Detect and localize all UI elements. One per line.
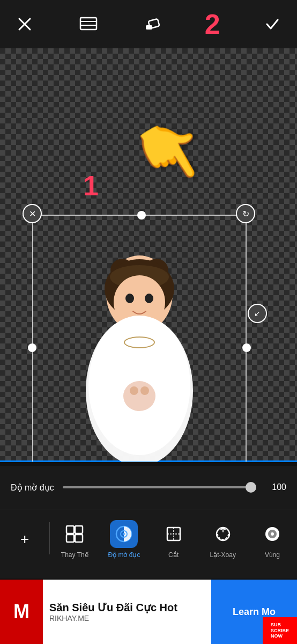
opacity-slider[interactable] <box>63 486 256 488</box>
frame-close-button[interactable]: ✕ <box>23 204 42 223</box>
svg-point-15 <box>145 294 153 303</box>
image-frame[interactable] <box>32 215 247 462</box>
layers-icon[interactable] <box>77 12 100 36</box>
zone-label: Vùng <box>265 551 280 559</box>
frame-scale-button[interactable]: ↙ <box>248 304 267 323</box>
replace-icon <box>61 520 88 548</box>
close-button[interactable] <box>13 12 36 36</box>
eraser-icon[interactable] <box>141 12 165 36</box>
frame-rotate-button[interactable]: ↻ <box>236 204 255 223</box>
replace-label: Thay Thế <box>61 551 88 559</box>
opacity-control: Độ mờ đục 100 <box>0 466 297 509</box>
flip-tool[interactable]: Lật-Xoay <box>198 515 248 564</box>
zone-icon <box>258 520 286 548</box>
opacity-icon <box>110 520 138 548</box>
svg-rect-22 <box>66 526 74 533</box>
ad-subtitle: RIKHAY.ME <box>49 614 205 623</box>
svg-point-28 <box>123 533 125 535</box>
canvas-area[interactable]: 1 👇 <box>0 48 297 462</box>
svg-point-14 <box>125 294 134 303</box>
cut-tool[interactable]: Cắt <box>149 515 198 564</box>
step-number-1: 1 <box>83 172 99 200</box>
confirm-button[interactable] <box>261 12 284 36</box>
person-image <box>59 219 220 462</box>
handle-middle-left[interactable] <box>28 343 36 352</box>
subscribe-badge[interactable]: SUBSCRIBENOW <box>263 617 297 644</box>
svg-point-19 <box>130 386 138 395</box>
handle-top-center[interactable] <box>137 211 146 219</box>
top-toolbar: 2 <box>0 0 297 48</box>
svg-point-35 <box>271 532 274 536</box>
opacity-thumb[interactable] <box>246 482 256 493</box>
add-tool[interactable]: + <box>0 515 49 557</box>
svg-rect-2 <box>80 18 96 30</box>
subscribe-text: SUBSCRIBENOW <box>271 622 289 639</box>
ad-logo: M <box>0 580 43 644</box>
cut-icon <box>160 520 188 548</box>
ad-cta-text: Learn Mo <box>233 606 276 618</box>
cut-label: Cắt <box>168 551 179 559</box>
opacity-value: 100 <box>265 482 286 492</box>
svg-rect-6 <box>146 25 152 30</box>
replace-tool[interactable]: Thay Thế <box>50 515 99 564</box>
bottom-toolbar: + Thay Thế Độ mờ đục <box>0 509 297 579</box>
zone-tool[interactable]: Vùng <box>248 515 297 564</box>
ad-text-area: Săn Siêu Ưu Đãi Cực Hot RIKHAY.ME <box>43 580 211 644</box>
opacity-tool-label: Độ mờ đục <box>108 551 140 559</box>
opacity-label: Độ mờ đục <box>11 482 54 493</box>
ad-banner[interactable]: M Săn Siêu Ưu Đãi Cực Hot RIKHAY.ME Lear… <box>0 580 297 644</box>
opacity-tool[interactable]: Độ mờ đục <box>99 515 148 564</box>
svg-point-20 <box>140 386 149 395</box>
ad-title: Săn Siêu Ưu Đãi Cực Hot <box>49 601 205 614</box>
flip-label: Lật-Xoay <box>210 551 236 559</box>
flip-icon <box>209 520 237 548</box>
handle-middle-right[interactable] <box>242 343 251 352</box>
svg-rect-23 <box>75 526 83 533</box>
opacity-slider-fill <box>63 486 256 488</box>
step-number-2: 2 <box>205 10 220 38</box>
add-icon: + <box>13 528 36 551</box>
svg-rect-24 <box>66 535 74 542</box>
svg-point-18 <box>123 381 155 411</box>
svg-rect-25 <box>75 535 83 542</box>
